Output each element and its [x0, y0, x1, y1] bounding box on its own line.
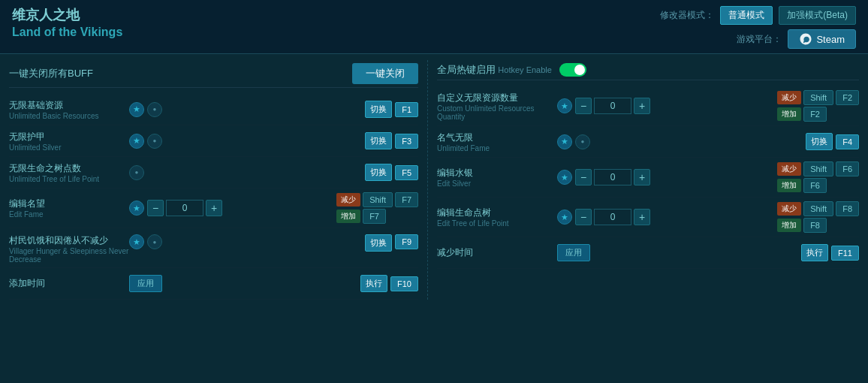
platform-label: 游戏平台： [737, 33, 782, 46]
num-control: − + [147, 200, 222, 216]
hotkey-en: Hotkey Enable [498, 65, 552, 74]
star-button[interactable]: ★ [129, 102, 144, 117]
increase-button[interactable]: 增加 [777, 107, 801, 121]
feature-label-custom-res: 自定义无限资源数量 Custom Unlimited Resources Qua… [437, 92, 557, 121]
steam-icon [799, 32, 812, 46]
circle-button[interactable]: ● [129, 165, 144, 180]
feature-cn: 添加时间 [9, 277, 129, 290]
feature-row-villager: 村民饥饿和因倦从不减少 Villager Hunger & Sleepiness… [9, 228, 418, 268]
hotkey-row: 全局热键启用 Hotkey Enable [437, 63, 586, 77]
one-key-button[interactable]: 一键关闭 [352, 63, 418, 84]
num-input[interactable] [594, 169, 631, 185]
key-f9[interactable]: F9 [395, 234, 418, 249]
app-header: 维京人之地 Land of the Vikings 修改器模式： 普通模式 加强… [0, 0, 868, 54]
f8-reduce-key[interactable]: F8 [836, 201, 859, 216]
exec-button[interactable]: 执行 [801, 244, 828, 261]
star-button[interactable]: ★ [557, 98, 572, 113]
num-input[interactable] [166, 200, 203, 216]
star-button[interactable]: ★ [557, 134, 572, 149]
minus-button[interactable]: − [147, 200, 164, 216]
right-panel: 全局热键启用 Hotkey Enable 自定义无限资源数量 Custom Un… [428, 60, 868, 300]
main-title: 维京人之地 [12, 6, 122, 24]
increase-button[interactable]: 增加 [777, 179, 801, 192]
hotkey-bar: 全局热键启用 Hotkey Enable [437, 60, 859, 80]
feature-label-villager: 村民饥饿和因倦从不减少 Villager Hunger & Sleepiness… [9, 233, 129, 264]
minus-button[interactable]: − [575, 209, 592, 225]
minus-button[interactable]: − [575, 169, 592, 185]
feature-controls: ★ ● 切换 F9 [129, 233, 418, 252]
f6-key[interactable]: F6 [803, 178, 827, 193]
feature-cn: 自定义无限资源数量 [437, 92, 557, 104]
feature-cn: 编辑生命点树 [437, 207, 557, 219]
feature-en: Unlimited Basic Resources [9, 112, 129, 120]
feature-cn: 编辑名望 [9, 198, 129, 210]
num-input[interactable] [594, 209, 631, 225]
apply-button[interactable]: 应用 [129, 275, 162, 292]
star-button[interactable]: ★ [129, 134, 144, 149]
circle-button[interactable]: ● [147, 234, 162, 249]
feature-cn: 编辑水银 [437, 167, 557, 179]
apply-button[interactable]: 应用 [557, 244, 590, 261]
shift-key[interactable]: Shift [803, 201, 833, 216]
action-btns: 减少 Shift F2 增加 F2 [777, 90, 859, 122]
main-content: 一键关闭所有BUFF 一键关闭 无限基础资源 Unlimited Basic R… [0, 54, 868, 306]
mode-beta-btn[interactable]: 加强模式(Beta) [779, 6, 856, 25]
f7-reduce-key[interactable]: F7 [395, 192, 418, 207]
feature-en: Edit Tree of Life Point [437, 219, 557, 228]
circle-button[interactable]: ● [147, 102, 162, 117]
feature-en: Custom Unlimited Resources Quantity [437, 104, 557, 121]
plus-button[interactable]: + [634, 169, 650, 185]
reduce-button[interactable]: 减少 [777, 162, 801, 176]
feature-label-unlimited-basic: 无限基础资源 Unlimited Basic Resources [9, 99, 129, 120]
exec-key[interactable]: F10 [390, 276, 418, 291]
reduce-button[interactable]: 减少 [777, 202, 801, 216]
hotkey-toggle[interactable] [559, 63, 586, 77]
num-input[interactable] [594, 98, 631, 114]
plus-button[interactable]: + [634, 209, 650, 225]
feature-cn: 无限基础资源 [9, 99, 129, 112]
key-f4[interactable]: F4 [836, 134, 859, 149]
circle-button[interactable]: ● [575, 134, 590, 149]
f6-reduce-key[interactable]: F6 [836, 161, 859, 176]
feature-cn: 村民饥饿和因倦从不减少 [9, 234, 129, 247]
key-f3[interactable]: F3 [395, 134, 418, 149]
one-key-label: 一键关闭所有BUFF [9, 67, 93, 80]
plus-button[interactable]: + [634, 98, 650, 114]
shift-key[interactable]: Shift [803, 161, 833, 176]
exec-button[interactable]: 执行 [360, 275, 387, 292]
switch-button[interactable]: 切换 [365, 164, 392, 181]
shift-key[interactable]: Shift [803, 90, 833, 105]
key-f5[interactable]: F5 [395, 165, 418, 180]
feature-controls: ★ − + 减少 Shift F8 增加 F8 [557, 201, 859, 233]
left-panel: 一键关闭所有BUFF 一键关闭 无限基础资源 Unlimited Basic R… [0, 60, 428, 300]
minus-button[interactable]: − [575, 98, 592, 114]
f2-key[interactable]: F2 [803, 107, 827, 122]
switch-button[interactable]: 切换 [365, 234, 392, 252]
f2-reduce-key[interactable]: F2 [836, 90, 859, 105]
feature-cn: 减少时间 [437, 246, 557, 259]
exec-key[interactable]: F11 [831, 246, 859, 261]
shift-key[interactable]: Shift [363, 192, 393, 207]
reduce-button[interactable]: 减少 [777, 91, 801, 104]
f7-key[interactable]: F7 [363, 209, 386, 224]
switch-button[interactable]: 切换 [806, 133, 833, 150]
f8-key[interactable]: F8 [803, 218, 827, 233]
increase-button[interactable]: 增加 [336, 210, 360, 223]
plus-button[interactable]: + [206, 200, 222, 216]
steam-button[interactable]: Steam [788, 29, 856, 49]
star-button[interactable]: ★ [129, 201, 144, 216]
switch-button[interactable]: 切换 [365, 132, 392, 149]
feature-controls: ★ − + 减少 Shift F6 增加 F6 [557, 161, 859, 193]
increase-button[interactable]: 增加 [777, 219, 801, 232]
reduce-button[interactable]: 减少 [336, 193, 360, 207]
mode-normal-btn[interactable]: 普通模式 [720, 6, 773, 25]
feature-en: Edit Silver [437, 179, 557, 188]
circle-button[interactable]: ● [147, 134, 162, 149]
star-button[interactable]: ★ [129, 234, 144, 249]
feature-label-tree-life: 无限生命之树点数 Unlimited Tree of Life Point [9, 162, 129, 183]
switch-button[interactable]: 切换 [365, 101, 392, 118]
star-button[interactable]: ★ [557, 210, 572, 225]
action-btns: 减少 Shift F8 增加 F8 [777, 201, 859, 233]
star-button[interactable]: ★ [557, 170, 572, 185]
key-f1[interactable]: F1 [395, 102, 418, 117]
